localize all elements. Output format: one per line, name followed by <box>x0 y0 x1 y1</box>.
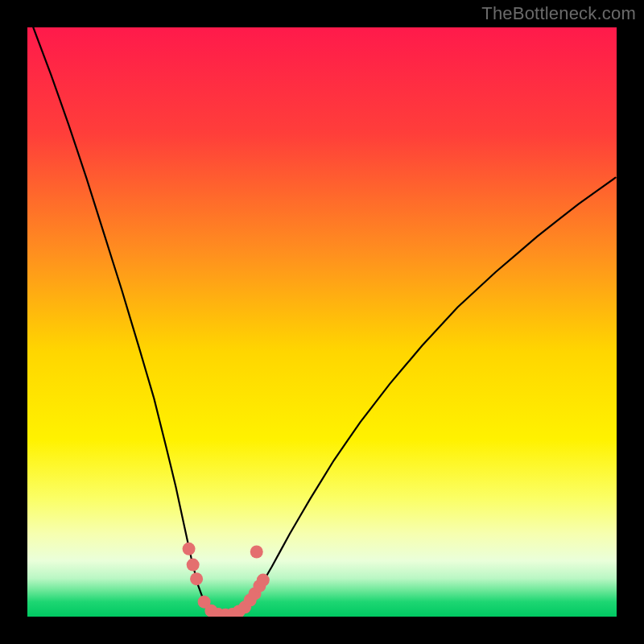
valley-marker-dot <box>187 559 200 572</box>
valley-marker-dot <box>190 572 203 585</box>
watermark-text: TheBottleneck.com <box>481 3 636 24</box>
valley-marker-dot <box>257 574 270 587</box>
chart-frame: TheBottleneck.com <box>0 0 644 644</box>
valley-marker-dot <box>183 543 196 555</box>
valley-marker-dot <box>250 545 263 558</box>
bottleneck-chart <box>0 0 644 644</box>
gradient-background <box>27 27 617 617</box>
